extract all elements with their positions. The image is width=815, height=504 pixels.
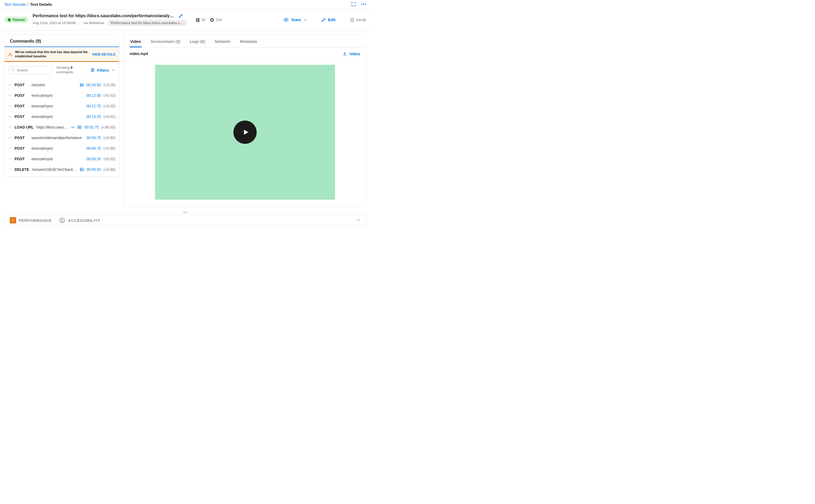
svg-point-3 [8,18,11,21]
pencil-icon [321,17,326,22]
gauge-icon[interactable] [71,125,75,129]
play-icon [242,129,249,136]
svg-rect-9 [10,55,10,56]
command-row[interactable]: POSTexecute/sync00:55.25(+0.02) [4,154,119,164]
command-time[interactable]: 00:53.75 [86,136,101,140]
view-details-link[interactable]: VIEW DETAILS [92,53,115,56]
http-method: POST [15,136,29,140]
footer-tabs: PERFORMANCE ACCESSIBILITY [4,215,366,226]
footer-perf-label: PERFORMANCE [19,218,52,223]
chevron-down-icon[interactable] [8,83,12,86]
breadcrumb-parent-link[interactable]: Test Results [4,2,26,7]
command-time[interactable]: 00:55.25 [86,157,101,161]
duration-value: 1m 0s [356,18,366,22]
footer-acc-label: ACCESSIBILITY [68,218,100,223]
platform-info: 10 114 [195,17,222,22]
tab-network[interactable]: Network [214,35,231,47]
tab-logs[interactable]: Logs (6) [189,35,206,47]
test-header: Passed Performance test for https://docs… [0,10,370,30]
chevron-down-icon[interactable] [8,126,12,129]
tab-video[interactable]: Video [130,35,142,47]
play-button[interactable] [233,121,257,144]
topbar: Test Results / Test Details [0,0,370,10]
svg-rect-20 [183,212,187,212]
command-path: execute/sync [31,146,84,150]
command-delta: (+3.26) [103,83,115,87]
command-delta: (+0.02) [103,93,115,98]
chevron-down-icon[interactable] [8,168,12,171]
fullscreen-icon[interactable] [351,2,356,7]
footer-tab-performance[interactable]: PERFORMANCE [10,217,52,223]
stopwatch-icon [350,17,354,22]
video-player[interactable] [155,65,335,200]
command-search[interactable] [9,66,52,74]
chevron-down-icon[interactable] [8,94,12,97]
showing-count: Showing 9 commands [56,66,73,75]
warning-text: We've noticed that this test has data be… [15,50,89,58]
svg-point-13 [92,71,93,72]
command-delta: (+0.01) [103,114,115,119]
footer-tab-accessibility[interactable]: ACCESSIBILITY [59,217,100,223]
command-time[interactable]: 00:10.50 [86,83,101,87]
svg-point-1 [363,4,364,5]
test-duration: 1m 0s [350,17,366,22]
chevron-down-icon[interactable] [8,157,12,161]
command-row[interactable]: POSTexecute/sync00:13.25(+0.01) [4,111,119,122]
tab-screenshots[interactable]: Screenshots (3) [150,35,181,47]
command-row[interactable]: LOAD URLhttps://docs.saucelab...00:52.75… [4,122,119,132]
screenshot-icon[interactable] [77,125,82,129]
team-dropdown[interactable]: Team [283,17,307,22]
browser-version: 114 [216,18,222,22]
video-filename: video.mp4 [130,52,148,56]
tab-metadata[interactable]: Metadata [239,35,258,47]
command-path: execute/sync [31,157,84,161]
breadcrumb: Test Results / Test Details [4,2,52,7]
baseline-warning: We've noticed that this test has data be… [4,48,119,62]
test-title: Performance test for https://docs.saucel… [33,13,176,18]
screenshot-icon[interactable] [80,167,84,172]
chevron-down-icon[interactable] [8,136,12,139]
filters-label: Filters [97,68,109,72]
command-row[interactable]: POST/session00:10.50(+3.26) [4,80,119,90]
command-time[interactable]: 00:55.50 [86,167,101,172]
edit-title-icon[interactable] [178,13,183,18]
command-row[interactable]: DELETE/session/1bc927ee15ac4157a...00:55… [4,164,119,175]
command-row[interactable]: POSTexecute/sync00:54.75(+0.55) [4,143,119,154]
svg-point-11 [91,68,92,69]
svg-point-0 [361,4,362,5]
command-row[interactable]: POSTsauce/ondemand/performance00:53.75(+… [4,132,119,143]
chevron-down-icon[interactable] [8,104,12,108]
commands-title: Commands (9) [4,35,119,48]
accessibility-icon [59,217,65,223]
command-path: sauce/ondemand/performance [31,136,84,140]
command-time[interactable]: 00:12.50 [86,93,101,98]
build-chip[interactable]: Performance test for https://docs.saucel… [108,20,187,26]
more-icon[interactable] [361,3,366,5]
command-search-input[interactable] [17,68,49,72]
footer-collapse-icon[interactable] [356,218,361,223]
command-row[interactable]: POSTexecute/sync00:12.50(+0.02) [4,90,119,101]
search-icon [12,68,15,72]
command-row[interactable]: POSTexecute/sync00:12.75(+0.02) [4,101,119,111]
command-path: /session/1bc927ee15ac4157a... [32,167,77,172]
command-time[interactable]: 00:12.75 [86,104,101,108]
command-time[interactable]: 00:54.75 [86,146,101,150]
command-list: POST/session00:10.50(+3.26)POSTexecute/s… [4,79,119,176]
filters-button[interactable]: Filters [90,68,115,72]
chevron-down-icon[interactable] [8,147,12,150]
screenshot-icon[interactable] [80,83,84,87]
edit-button[interactable]: Edit [321,17,335,22]
command-delta: (+39.55) [101,125,115,129]
svg-rect-21 [183,213,187,213]
download-label: Video [349,52,360,56]
command-time[interactable]: 00:13.25 [86,114,101,119]
chevron-down-icon[interactable] [8,115,12,118]
command-path: execute/sync [31,93,84,98]
http-method: POST [15,83,29,87]
command-time[interactable]: 00:52.75 [84,125,99,129]
download-video-button[interactable]: Video [342,51,360,56]
chevron-down-icon [303,18,307,22]
resize-handle[interactable] [0,210,370,215]
edit-label: Edit [328,17,335,22]
via-label: via Webdriver [84,21,104,25]
